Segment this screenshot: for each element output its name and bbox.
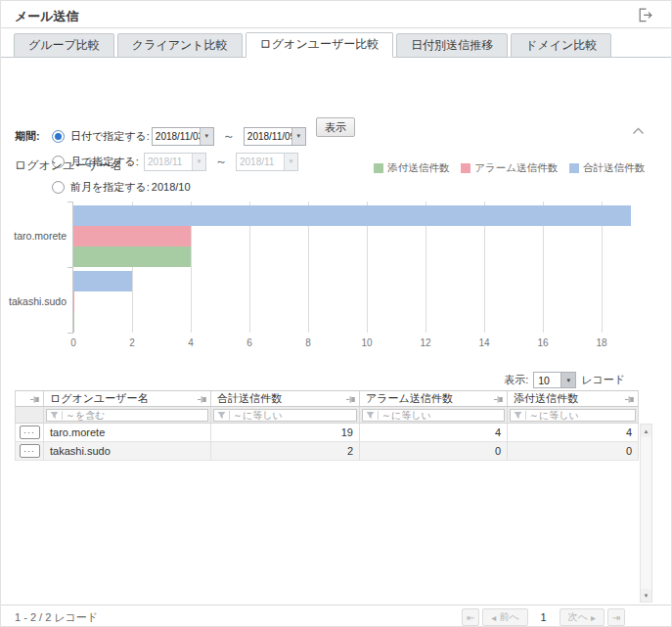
tab-item[interactable]: 日付別送信推移 [396,33,508,58]
date-from-select[interactable]: 2018/11/03 ▾ [152,127,214,146]
filter-funnel-icon[interactable] [366,411,375,420]
filter-input[interactable]: ～に等しい [362,409,505,422]
table-cell: 4 [360,424,508,442]
grid-header-cell[interactable]: 添付送信件数 [508,390,639,407]
scroll-up-icon[interactable]: ▲ [641,425,651,437]
tab-item[interactable]: ログオンユーザー比較 [246,32,394,58]
month-to-value: 2018/11 [237,154,284,170]
next-page-button[interactable]: 次へ▸ [560,608,605,626]
page-size-suffix: レコード [581,373,625,387]
grid-filter-row: ～を含む～に等しい～に等しい～に等しい [15,407,639,424]
chevron-down-icon[interactable]: ▾ [200,128,213,145]
filter-funnel-icon[interactable] [217,411,226,420]
filter-input[interactable]: ～に等しい [510,409,636,422]
grid-header-cell[interactable]: アラーム送信件数 [360,390,508,407]
pin-column-icon[interactable] [346,395,356,404]
page-title: メール送信 [15,8,79,25]
filter-funnel-icon[interactable] [514,411,522,420]
page-size-control: 表示: 10 ▾ レコード [504,372,625,388]
row-action-cell: ··· [15,424,44,442]
legend-item: 合計送信件数 [569,161,645,175]
records-info: 1 - 2 / 2 レコード [15,610,98,625]
table-cell: 4 [508,424,639,442]
month-from-select: 2018/11 ▾ [144,153,206,171]
page-size-value: 10 [534,373,560,387]
row-action-cell: ··· [15,442,44,461]
filter-funnel-icon[interactable] [50,411,59,420]
first-page-icon: ⇤ [467,612,474,623]
filter-placeholder: ～に等しい [381,409,431,423]
vertical-scrollbar[interactable]: ▲ ▼ [640,424,652,603]
radio-prev-month[interactable] [52,181,65,194]
next-page-label: 次へ [568,610,588,624]
period-label: 期間: [15,129,40,144]
filter-separator [378,411,379,420]
prev-page-icon: ◂ [491,612,496,623]
first-page-button[interactable]: ⇤ [462,608,479,626]
data-grid: ログオンユーザー名合計送信件数アラーム送信件数添付送信件数 ～を含む～に等しい～… [15,390,652,605]
filter-separator [525,411,526,420]
chevron-down-icon[interactable]: ▾ [291,128,305,145]
chevron-down-icon: ▾ [284,154,297,170]
date-to-value: 2018/11/09 [245,128,291,145]
category-label: takashi.sudo [0,295,67,307]
grid-header-cell[interactable]: ログオンユーザー名 [44,390,211,407]
filter-input[interactable]: ～を含む [46,409,208,422]
tab-item[interactable]: ドメイン比較 [511,33,611,58]
filter-input[interactable]: ～に等しい [213,409,357,422]
filter-placeholder: ～を含む [66,409,105,423]
tab-item[interactable]: グループ比較 [14,33,114,58]
period-panel: 期間: 日付で指定する: 2018/11/03 ▾ ～ 2018/11/09 ▾… [1,58,671,151]
page-size-select[interactable]: 10 ▾ [533,372,576,388]
pagination: ⇤ ◂前へ 1 次へ▸ ⇥ [462,608,625,626]
x-tick-label: 12 [420,337,430,348]
tab-bar: グループ比較クライアント比較ログオンユーザー比較日付別送信推移ドメイン比較 [1,32,671,58]
radio-date-range[interactable] [52,130,65,143]
legend-label: アラーム送信件数 [474,161,558,175]
period-option-prev-month: 前月を指定する: 2018/10 [52,177,191,197]
prev-page-button[interactable]: ◂前へ [482,608,527,626]
period-option-date: 日付で指定する: 2018/11/03 ▾ ～ 2018/11/09 ▾ [52,126,306,146]
grid-footer: 1 - 2 / 2 レコード ⇤ ◂前へ 1 次へ▸ ⇥ [1,605,671,627]
app-window: メール送信 グループ比較クライアント比較ログオンユーザー比較日付別送信推移ドメイ… [0,0,672,627]
row-more-button[interactable]: ··· [20,425,40,439]
range-separator: ～ [223,128,235,145]
column-header-label: 合計送信件数 [217,391,282,406]
pin-column-icon[interactable] [30,395,40,404]
x-tick-label: 4 [188,337,194,348]
filter-separator [229,411,230,420]
chart-bar [73,226,191,246]
x-tick-label: 8 [305,337,311,348]
pin-column-icon[interactable] [198,395,207,404]
collapse-panel-icon[interactable] [632,127,645,135]
chevron-down-icon[interactable]: ▾ [560,373,575,387]
last-page-button[interactable]: ⇥ [607,608,625,626]
table-row: ···taro.morete1944 [15,424,639,442]
axis-tick [67,267,73,268]
x-tick-label: 0 [70,337,76,348]
row-more-button[interactable]: ··· [20,444,40,458]
filter-placeholder: ～に等しい [233,409,283,423]
page-size-label: 表示: [504,373,528,387]
legend-swatch [569,163,579,173]
date-from-value: 2018/11/03 [153,128,200,145]
x-tick-label: 2 [129,337,135,348]
category-label: taro.morete [0,230,67,242]
grid-header-action-cell [15,390,44,407]
grid-filter-cell: ～に等しい [508,407,639,424]
next-page-icon: ▸ [591,612,596,623]
table-cell: 0 [508,442,639,461]
show-button[interactable]: 表示 [316,117,355,137]
date-to-select[interactable]: 2018/11/09 ▾ [244,127,306,146]
tab-item[interactable]: クライアント比較 [117,33,243,58]
month-to-select: 2018/11 ▾ [236,153,298,171]
x-tick-label: 10 [361,337,372,348]
pin-column-icon[interactable] [494,395,504,404]
pin-column-icon[interactable] [625,395,635,404]
current-page-number: 1 [541,611,547,623]
grid-filter-cell: ～に等しい [360,407,508,424]
logout-icon[interactable] [638,8,653,22]
grid-header-cell[interactable]: 合計送信件数 [211,390,360,407]
scroll-down-icon[interactable]: ▼ [641,589,651,602]
radio-date-range-label: 日付で指定する: [70,129,150,144]
